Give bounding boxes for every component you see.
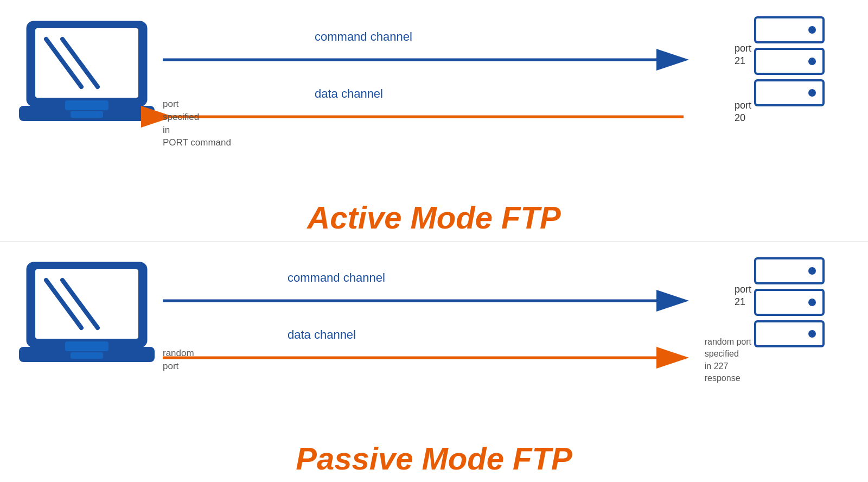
passive-client-port-label: randomport — [163, 347, 194, 373]
passive-mode-title: Passive Mode FTP — [0, 440, 868, 477]
active-port20-label: port20 — [735, 99, 751, 125]
passive-server-port-label: random portspecifiedin 227response — [705, 336, 751, 385]
svg-rect-12 — [35, 269, 138, 339]
passive-data-channel-label: data channel — [288, 328, 356, 342]
passive-server-dot-3 — [808, 330, 816, 338]
passive-command-arrow — [163, 290, 705, 314]
server-dot-1 — [808, 26, 816, 34]
active-data-arrow — [163, 106, 705, 130]
svg-rect-1 — [35, 28, 138, 98]
server-unit-3 — [754, 79, 825, 106]
passive-server-unit-3 — [754, 320, 825, 347]
active-client-port-label: portspecifiedinPORT command — [163, 98, 231, 149]
server-dot-2 — [808, 58, 816, 65]
passive-server-unit-2 — [754, 289, 825, 316]
passive-command-channel-label: command channel — [288, 271, 385, 285]
passive-server-unit-1 — [754, 257, 825, 284]
passive-data-arrow — [163, 347, 705, 371]
passive-server-dot-2 — [808, 299, 816, 306]
svg-rect-17 — [71, 352, 103, 359]
active-command-channel-label: command channel — [315, 30, 412, 44]
passive-port21-label: port21 — [735, 283, 751, 309]
active-mode-title: Active Mode FTP — [0, 199, 868, 236]
passive-client-laptop — [16, 257, 157, 379]
svg-rect-16 — [65, 341, 108, 351]
svg-rect-5 — [65, 100, 108, 110]
svg-rect-6 — [71, 111, 103, 118]
server-unit-1 — [754, 16, 825, 43]
passive-server-dot-1 — [808, 267, 816, 275]
passive-server — [754, 257, 825, 352]
active-data-channel-label: data channel — [315, 87, 383, 101]
active-client-laptop — [16, 16, 157, 138]
active-mode-section: command channel port21 data channel port… — [0, 0, 868, 241]
section-divider — [0, 241, 868, 242]
server-dot-3 — [808, 89, 816, 97]
active-command-arrow — [163, 49, 705, 73]
active-server — [754, 16, 825, 111]
active-port21-label: port21 — [735, 42, 751, 68]
passive-mode-section: command channel port21 data channel rand… — [0, 241, 868, 482]
server-unit-2 — [754, 48, 825, 75]
